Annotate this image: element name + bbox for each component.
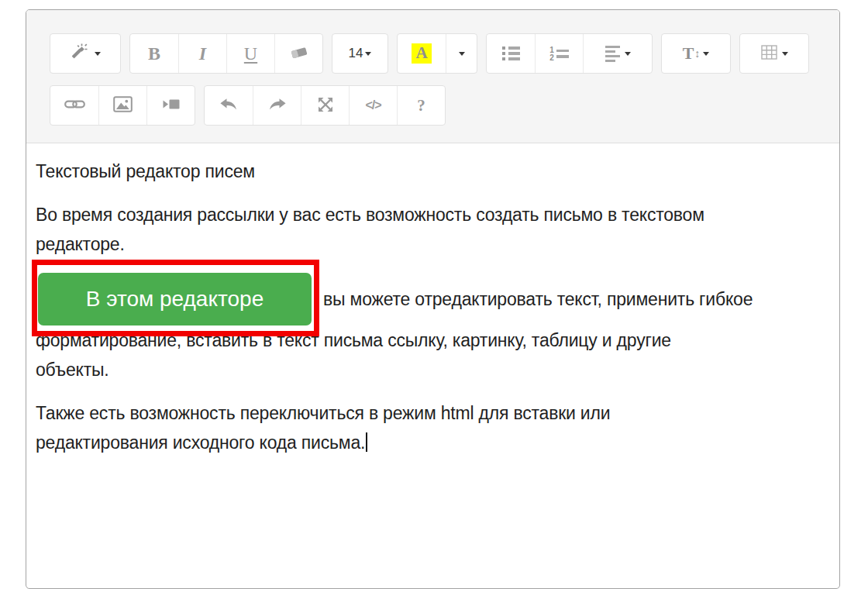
underline-button[interactable]: U xyxy=(226,34,274,73)
code-view-label: </> xyxy=(365,98,381,112)
help-label: ? xyxy=(417,96,425,115)
content-button-line: В этом редакторе вы можете отредактирова… xyxy=(36,273,818,326)
picture-icon xyxy=(113,96,133,115)
chevron-down-icon xyxy=(782,52,788,56)
clear-formatting-button[interactable] xyxy=(274,34,322,73)
ordered-list-icon: 1 2 xyxy=(549,46,569,61)
font-size-value: 14 xyxy=(349,46,363,61)
line-height-dropdown-button[interactable]: T ↕ xyxy=(662,34,730,73)
insert-link-button[interactable] xyxy=(50,86,98,125)
undo-icon xyxy=(219,98,238,113)
eraser-icon xyxy=(290,45,308,63)
style-group xyxy=(50,33,121,74)
underline-label: U xyxy=(244,44,257,63)
bold-label: B xyxy=(148,44,160,63)
italic-button[interactable]: I xyxy=(178,34,226,73)
ordered-list-number-2: 2 xyxy=(549,54,554,61)
chevron-down-icon xyxy=(625,52,631,56)
redo-icon xyxy=(268,98,287,113)
unordered-list-icon xyxy=(502,46,520,60)
toolbar-row-1: B I U xyxy=(50,33,818,74)
text-editor: B I U xyxy=(26,9,840,589)
chevron-down-icon xyxy=(703,52,709,56)
list-paragraph-group: 1 2 xyxy=(486,33,653,74)
magic-wand-icon xyxy=(70,43,90,65)
content-paragraph-1: Во время создания рассылки у вас есть во… xyxy=(36,200,818,259)
fullscreen-button[interactable] xyxy=(301,86,349,125)
editor-content-area[interactable]: Текстовый редактор писем Во время создан… xyxy=(26,143,839,457)
undo-button[interactable] xyxy=(205,86,253,125)
editor-toolbar: B I U xyxy=(26,10,839,143)
ordered-list-number-1: 1 xyxy=(549,46,554,53)
font-color-letter: A xyxy=(412,43,431,64)
chevron-down-icon xyxy=(459,52,465,56)
content-paragraph-3: Также есть возможность переключиться в р… xyxy=(36,398,818,457)
video-icon xyxy=(162,98,181,113)
line-height-group: T ↕ xyxy=(661,33,731,74)
chevron-down-icon xyxy=(95,52,101,56)
font-color-button[interactable]: A xyxy=(398,34,446,73)
insert-picture-button[interactable] xyxy=(98,86,146,125)
insert-group xyxy=(50,85,195,126)
text-cursor xyxy=(366,432,367,452)
content-paragraph-2-rest: форматирование, вставить в текст письма … xyxy=(36,326,818,384)
table-grid-icon xyxy=(761,45,777,62)
font-style-group: B I U xyxy=(129,33,323,74)
style-dropdown-button[interactable] xyxy=(50,34,120,73)
link-icon xyxy=(64,98,85,112)
content-paragraph-3-text: Также есть возможность переключиться в р… xyxy=(36,403,610,453)
paragraph-align-icon xyxy=(605,46,620,62)
editor-green-button[interactable]: В этом редакторе xyxy=(38,273,312,326)
line-height-letter: T xyxy=(683,45,694,62)
chevron-down-icon xyxy=(365,52,371,56)
font-color-group: A xyxy=(397,33,477,74)
code-view-button[interactable]: </> xyxy=(349,86,397,125)
table-dropdown-button[interactable] xyxy=(740,34,808,73)
table-group xyxy=(739,33,809,74)
content-paragraph-2-start: вы можете отредактировать текст, примени… xyxy=(323,284,753,314)
fullscreen-icon xyxy=(318,97,333,115)
ordered-list-button[interactable]: 1 2 xyxy=(535,34,583,73)
actions-group: </> ? xyxy=(204,85,446,126)
toolbar-row-2: </> ? xyxy=(50,85,818,126)
content-heading: Текстовый редактор писем xyxy=(36,157,818,186)
paragraph-align-dropdown-button[interactable] xyxy=(583,34,652,73)
insert-video-button[interactable] xyxy=(146,86,195,125)
italic-label: I xyxy=(199,44,206,63)
unordered-list-button[interactable] xyxy=(487,34,535,73)
font-color-dropdown-button[interactable] xyxy=(446,34,477,73)
bold-button[interactable]: B xyxy=(130,34,178,73)
font-size-group: 14 xyxy=(332,33,388,74)
up-down-arrow-icon: ↕ xyxy=(694,47,700,60)
redo-button[interactable] xyxy=(253,86,301,125)
help-button[interactable]: ? xyxy=(397,86,445,125)
font-size-dropdown-button[interactable]: 14 xyxy=(332,34,388,73)
